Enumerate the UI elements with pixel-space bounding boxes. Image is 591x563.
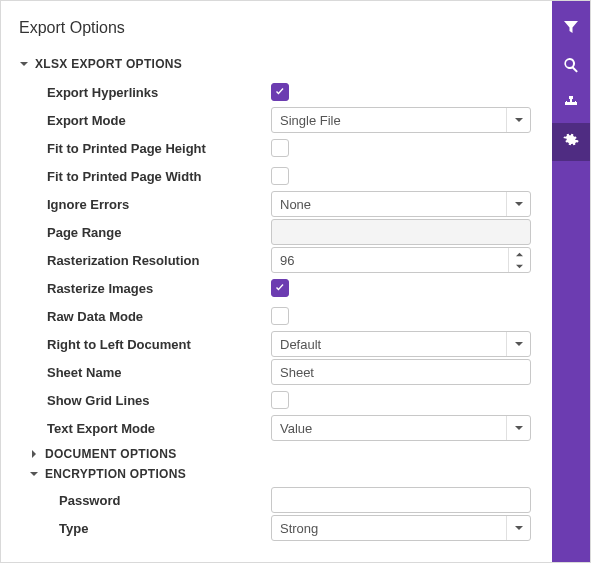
- select-rtl[interactable]: Default: [271, 331, 531, 357]
- chevron-down-icon: [19, 59, 29, 69]
- label-export-mode: Export Mode: [29, 113, 271, 128]
- label-grid-lines: Show Grid Lines: [29, 393, 271, 408]
- export-options-panel: Export Options XLSX EXPORT OPTIONS Expor…: [1, 1, 552, 562]
- spin-raster-res-value: 96: [280, 253, 504, 268]
- label-export-hyperlinks: Export Hyperlinks: [29, 85, 271, 100]
- input-password[interactable]: [271, 487, 531, 513]
- label-raw-data: Raw Data Mode: [29, 309, 271, 324]
- search-icon: [563, 57, 579, 76]
- label-text-mode: Text Export Mode: [29, 421, 271, 436]
- section-xlsx-header[interactable]: XLSX EXPORT OPTIONS: [19, 57, 536, 71]
- panel-title: Export Options: [19, 19, 536, 37]
- sitemap-icon: [563, 95, 579, 114]
- checkbox-raster-images[interactable]: [271, 279, 289, 297]
- caret-down-icon: [506, 332, 530, 356]
- gear-icon: [563, 133, 579, 152]
- checkbox-grid-lines[interactable]: [271, 391, 289, 409]
- label-fit-width: Fit to Printed Page Width: [29, 169, 271, 184]
- sidebar-tree[interactable]: [552, 85, 590, 123]
- checkbox-fit-width[interactable]: [271, 167, 289, 185]
- checkbox-export-hyperlinks[interactable]: [271, 83, 289, 101]
- select-rtl-value: Default: [280, 337, 504, 352]
- select-export-mode[interactable]: Single File: [271, 107, 531, 133]
- spin-up-button[interactable]: [509, 248, 530, 260]
- label-raster-res: Rasterization Resolution: [29, 253, 271, 268]
- label-fit-height: Fit to Printed Page Height: [29, 141, 271, 156]
- spin-down-button[interactable]: [509, 260, 530, 272]
- label-rtl: Right to Left Document: [29, 337, 271, 352]
- caret-down-icon: [506, 516, 530, 540]
- spin-raster-res[interactable]: 96: [271, 247, 531, 273]
- select-text-mode-value: Value: [280, 421, 504, 436]
- chevron-down-icon: [29, 469, 39, 479]
- checkbox-fit-height[interactable]: [271, 139, 289, 157]
- section-xlsx-label: XLSX EXPORT OPTIONS: [35, 57, 182, 71]
- filter-icon: [563, 19, 579, 38]
- input-sheet-name-value: Sheet: [280, 365, 314, 380]
- right-sidebar: [552, 1, 590, 562]
- chevron-right-icon: [29, 449, 39, 459]
- section-document-header[interactable]: DOCUMENT OPTIONS: [29, 447, 536, 461]
- label-enc-type: Type: [41, 521, 271, 536]
- sidebar-search[interactable]: [552, 47, 590, 85]
- label-page-range: Page Range: [29, 225, 271, 240]
- label-raster-images: Rasterize Images: [29, 281, 271, 296]
- caret-down-icon: [506, 416, 530, 440]
- input-sheet-name[interactable]: Sheet: [271, 359, 531, 385]
- sidebar-settings[interactable]: [552, 123, 590, 161]
- input-page-range[interactable]: [271, 219, 531, 245]
- select-text-mode[interactable]: Value: [271, 415, 531, 441]
- select-enc-type-value: Strong: [280, 521, 504, 536]
- select-enc-type[interactable]: Strong: [271, 515, 531, 541]
- sidebar-filter[interactable]: [552, 9, 590, 47]
- caret-down-icon: [506, 192, 530, 216]
- select-export-mode-value: Single File: [280, 113, 504, 128]
- label-sheet-name: Sheet Name: [29, 365, 271, 380]
- label-ignore-errors: Ignore Errors: [29, 197, 271, 212]
- caret-down-icon: [506, 108, 530, 132]
- select-ignore-errors-value: None: [280, 197, 504, 212]
- section-encryption-header[interactable]: ENCRYPTION OPTIONS: [29, 467, 536, 481]
- select-ignore-errors[interactable]: None: [271, 191, 531, 217]
- section-document-label: DOCUMENT OPTIONS: [45, 447, 176, 461]
- label-password: Password: [41, 493, 271, 508]
- section-encryption-label: ENCRYPTION OPTIONS: [45, 467, 186, 481]
- checkbox-raw-data[interactable]: [271, 307, 289, 325]
